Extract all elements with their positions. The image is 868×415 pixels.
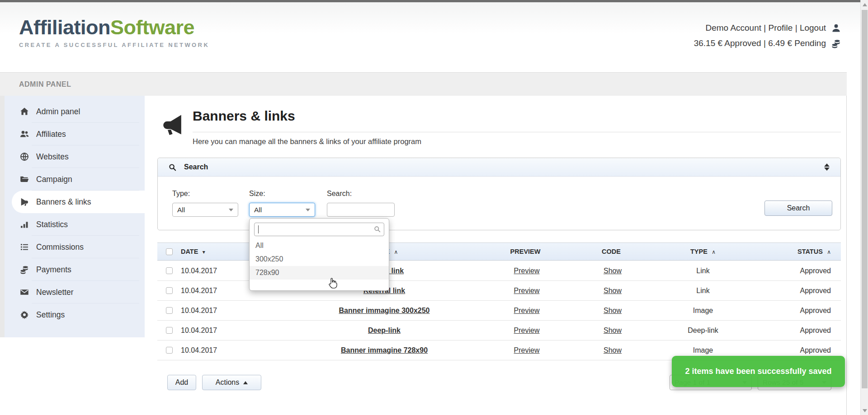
code-show-link[interactable]: Show — [604, 307, 622, 314]
search-input[interactable] — [327, 203, 395, 217]
row-checkbox[interactable] — [166, 287, 173, 294]
sort-icon: ∧ — [710, 249, 716, 255]
column-header-preview[interactable]: PREVIEW — [479, 248, 574, 255]
row-date: 10.04.2017 — [181, 346, 289, 354]
sidebar-item-banners-links[interactable]: Banners & links — [12, 191, 145, 213]
logo-secondary: Software — [110, 16, 194, 39]
sidebar-item-label: Statistics — [36, 220, 68, 229]
sidebar-item-commissions[interactable]: Commissions — [5, 236, 145, 258]
logo[interactable]: AffiliationSoftware CREATE A SUCCESSFUL … — [19, 16, 209, 48]
folder-icon — [20, 175, 29, 184]
sidebar-item-label: Affiliates — [36, 130, 66, 139]
sidebar-nav: Admin panel Affiliates Websites Campaign… — [5, 96, 145, 337]
size-dropdown: All300x250728x90 — [249, 218, 389, 291]
select-all-checkbox[interactable] — [166, 248, 173, 255]
sidebar-item-label: Banners & links — [36, 197, 91, 207]
sidebar-item-admin-panel[interactable]: Admin panel — [5, 100, 145, 123]
add-button[interactable]: Add — [167, 375, 196, 390]
chevron-down-icon — [229, 209, 233, 211]
add-button-label: Add — [175, 378, 188, 387]
row-status: Approved — [755, 287, 841, 295]
globe-icon — [20, 152, 29, 161]
scroll-up-arrow-icon[interactable] — [863, 3, 867, 6]
column-header-status[interactable]: STATUS ∧ — [755, 248, 841, 255]
row-checkbox[interactable] — [166, 307, 173, 314]
sort-icon: ∧ — [826, 249, 831, 255]
list-icon — [20, 242, 29, 252]
scrollbar[interactable] — [860, 0, 868, 415]
sidebar-item-newsletter[interactable]: Newsletter — [5, 281, 145, 303]
size-label: Size: — [249, 190, 265, 198]
sidebar-item-label: Newsletter — [36, 288, 74, 297]
hand-cursor-icon — [327, 277, 338, 289]
row-type: Image — [651, 346, 755, 354]
preview-link[interactable]: Preview — [514, 307, 540, 314]
page-title: Banners & links — [193, 108, 295, 124]
home-icon — [20, 107, 29, 116]
page-subtitle: Here you can manage all the banners & li… — [193, 137, 421, 146]
search-icon — [374, 226, 381, 233]
sidebar-item-campaign[interactable]: Campaign — [5, 168, 145, 191]
account-balance: 36.15 € Approved | 6.49 € Pending — [694, 38, 826, 48]
screen: AffiliationSoftware CREATE A SUCCESSFUL … — [0, 0, 868, 415]
type-select[interactable]: All — [172, 203, 238, 217]
admin-panel-bar: ADMIN PANEL — [0, 72, 847, 96]
sidebar-item-settings[interactable]: Settings — [5, 303, 145, 326]
sidebar-item-label: Commissions — [36, 242, 84, 252]
search-button[interactable]: Search — [764, 201, 832, 216]
logo-tagline: CREATE A SUCCESSFUL AFFILIATE NETWORK — [19, 42, 209, 48]
banner-name-link[interactable]: Deep-link — [368, 326, 401, 334]
actions-button-label: Actions — [216, 378, 239, 387]
row-status: Approved — [755, 346, 841, 354]
sidebar-item-websites[interactable]: Websites — [5, 145, 145, 168]
dropdown-option[interactable]: 300x250 — [250, 252, 389, 266]
collapse-toggle-icon[interactable] — [824, 163, 830, 171]
sidebar-item-statistics[interactable]: Statistics — [5, 213, 145, 236]
dropdown-options: All300x250728x90 — [250, 239, 389, 280]
type-select-value: All — [177, 206, 185, 214]
preview-link[interactable]: Preview — [514, 267, 540, 275]
row-type: Link — [651, 267, 755, 275]
size-select-value: All — [254, 206, 262, 214]
sidebar-item-affiliates[interactable]: Affiliates — [5, 123, 145, 145]
row-checkbox[interactable] — [166, 327, 173, 334]
dropdown-option[interactable]: All — [250, 239, 389, 252]
bullhorn-icon — [20, 197, 29, 206]
sidebar-item-label: Settings — [36, 310, 65, 320]
code-show-link[interactable]: Show — [604, 326, 622, 334]
search-panel-header[interactable]: Search — [158, 158, 840, 177]
scroll-down-arrow-icon[interactable] — [863, 409, 867, 412]
admin-panel-title: ADMIN PANEL — [19, 80, 71, 89]
column-header-code[interactable]: CODE — [574, 248, 651, 255]
dropdown-search-wrap — [254, 223, 384, 236]
code-show-link[interactable]: Show — [604, 267, 622, 275]
banner-name-link[interactable]: Banner immagine 728x90 — [341, 346, 428, 354]
sidebar-item-payments[interactable]: Payments — [5, 258, 145, 281]
account-block: Demo Account | Profile | Logout 36.15 € … — [694, 20, 841, 51]
scrollbar-thumb[interactable] — [862, 10, 868, 388]
preview-link[interactable]: Preview — [514, 287, 540, 294]
header: AffiliationSoftware CREATE A SUCCESSFUL … — [0, 2, 868, 72]
preview-link[interactable]: Preview — [514, 326, 540, 334]
row-checkbox[interactable] — [166, 347, 173, 354]
actions-button[interactable]: Actions — [202, 375, 261, 390]
dropdown-filter-input[interactable] — [254, 223, 384, 236]
sidebar-item-label: Payments — [36, 265, 71, 275]
chevron-down-icon — [306, 209, 310, 211]
row-type: Link — [651, 287, 755, 295]
banner-name-link[interactable]: Banner immagine 300x250 — [339, 307, 430, 314]
dropdown-option[interactable]: 728x90 — [250, 266, 389, 280]
code-show-link[interactable]: Show — [604, 287, 622, 294]
size-select[interactable]: All — [249, 203, 315, 217]
search-panel-title: Search — [184, 163, 208, 171]
search-field-label: Search: — [327, 190, 352, 198]
row-checkbox[interactable] — [166, 267, 173, 274]
column-header-type[interactable]: TYPE ∧ — [651, 248, 755, 255]
account-links[interactable]: Demo Account | Profile | Logout — [705, 23, 826, 33]
envelope-icon — [20, 288, 29, 297]
preview-link[interactable]: Preview — [514, 346, 540, 354]
code-show-link[interactable]: Show — [604, 346, 622, 354]
gear-icon — [20, 310, 29, 319]
affiliates-icon — [20, 130, 29, 139]
logo-primary: Affiliation — [19, 16, 110, 39]
